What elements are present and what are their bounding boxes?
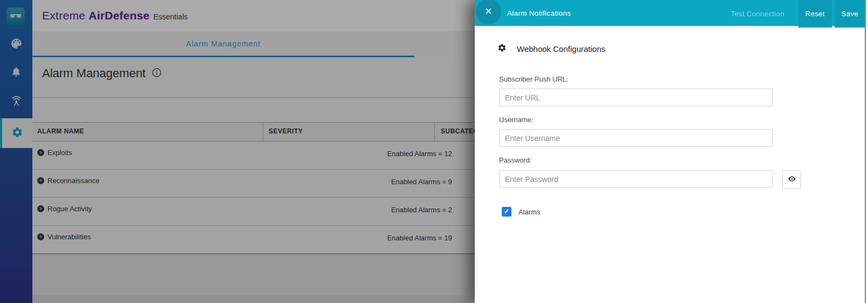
section-title: Webhook Configurations [517, 44, 605, 53]
alarm-notifications-panel: Alarm Notifications Test Connection Rese… [475, 0, 868, 303]
eye-icon [787, 174, 797, 186]
scrollbar[interactable] [865, 0, 866, 303]
password-input[interactable] [499, 170, 773, 188]
alarms-checkbox-row: Alarms [502, 207, 540, 217]
panel-header: Alarm Notifications Test Connection Rese… [475, 0, 865, 26]
close-icon[interactable] [476, 0, 501, 24]
panel-title: Alarm Notifications [507, 9, 571, 17]
subscriber-push-url-label: Subscriber Push URL: [499, 75, 569, 83]
panel-actions: Test Connection Reset Save [728, 0, 865, 28]
test-connection-button[interactable]: Test Connection [728, 9, 788, 18]
app-root: Extreme AirDefense Essentials Alarm Mana… [0, 0, 868, 303]
alarms-checkbox-label: Alarms [518, 208, 540, 216]
alarms-checkbox[interactable] [502, 207, 511, 217]
gear-icon [497, 43, 507, 55]
username-input[interactable] [499, 129, 773, 147]
username-label: Username: [499, 116, 534, 124]
subscriber-push-url-input[interactable] [499, 89, 773, 106]
modal-overlay[interactable] [0, 0, 475, 303]
password-label: Password: [499, 156, 532, 164]
main-content: Extreme AirDefense Essentials Alarm Mana… [0, 0, 475, 303]
reset-button[interactable]: Reset [798, 0, 832, 28]
show-password-button[interactable] [782, 170, 801, 189]
webhook-section-header: Webhook Configurations [497, 43, 605, 55]
save-button[interactable]: Save [835, 0, 865, 28]
